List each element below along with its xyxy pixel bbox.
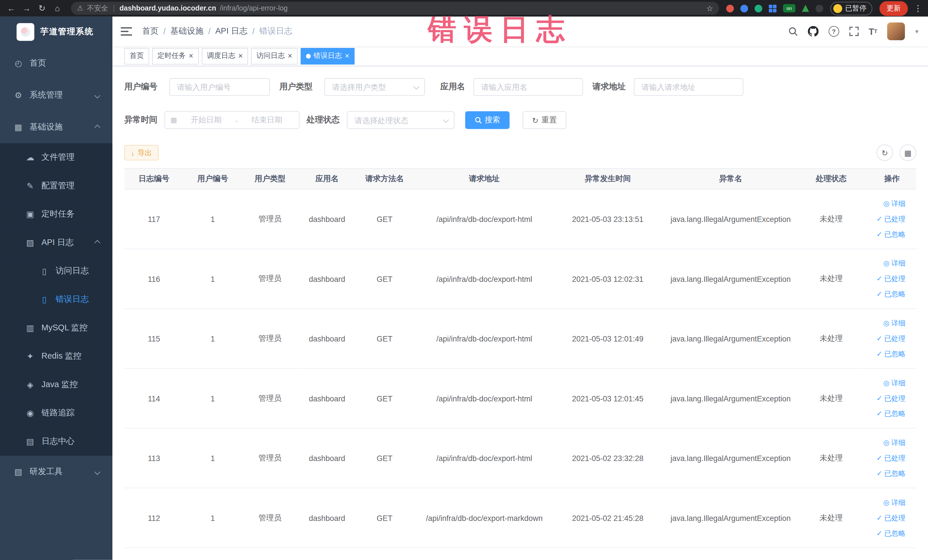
search-icon[interactable]	[788, 27, 798, 36]
cell-app-name: dashboard	[298, 368, 356, 428]
sidebar-item-redis-monitor[interactable]: ✦ Redis 监控	[0, 342, 112, 371]
sidebar-item-log-center[interactable]: ▤ 日志中心	[0, 427, 112, 456]
forward-icon[interactable]: →	[20, 3, 34, 13]
sidebar-item-system[interactable]: ⚙ 系统管理	[0, 79, 112, 111]
tab-error-log[interactable]: 错误日志 ×	[301, 48, 355, 64]
search-button-label: 搜索	[485, 115, 500, 125]
process-status-select[interactable]	[347, 111, 455, 129]
ignored-link[interactable]: ✓已忽略	[864, 346, 905, 362]
sidebar-item-access-log[interactable]: ▯ 访问日志	[0, 257, 112, 285]
refresh-table-button[interactable]: ↻	[876, 144, 893, 161]
user-type-select-input[interactable]	[324, 78, 425, 96]
processed-link[interactable]: ✓已处理	[864, 331, 905, 346]
github-icon[interactable]	[807, 26, 818, 37]
ignored-link[interactable]: ✓已忽略	[864, 525, 905, 541]
cell-log-id: 116	[124, 249, 184, 309]
extension-on-icon[interactable]: on	[783, 4, 796, 12]
process-status-label: 处理状态	[307, 115, 340, 125]
extension-paw-icon[interactable]	[816, 5, 823, 12]
ignored-link[interactable]: ✓已忽略	[864, 287, 905, 302]
tab-access-log[interactable]: 访问日志 ×	[251, 48, 298, 64]
sidebar-item-config-management[interactable]: ✎ 配置管理	[0, 172, 112, 200]
close-icon[interactable]: ×	[288, 52, 292, 60]
detail-link[interactable]: ◎详细	[864, 435, 905, 450]
refresh-icon: ↻	[882, 148, 888, 157]
paused-chip[interactable]: 已暂停	[830, 2, 872, 15]
detail-link[interactable]: ◎详细	[864, 495, 905, 510]
avatar[interactable]	[887, 23, 905, 40]
detail-label: 详细	[891, 435, 905, 450]
close-icon[interactable]: ×	[345, 52, 350, 60]
user-type-select[interactable]	[324, 78, 425, 96]
col-time: 异常发生时间	[555, 168, 660, 189]
sidebar-item-error-log[interactable]: ▯ 错误日志	[0, 285, 112, 314]
extension-tree-icon[interactable]	[802, 5, 809, 12]
cell-status: 未处理	[801, 428, 862, 488]
detail-link[interactable]: ◎详细	[864, 256, 905, 271]
sidebar-item-home[interactable]: ◴ 首页	[0, 47, 112, 79]
extension-grid-icon[interactable]	[769, 5, 777, 12]
sidebar-item-dev-tools[interactable]: ▧ 研发工具	[0, 456, 112, 488]
processed-link[interactable]: ✓已处理	[864, 510, 905, 525]
app-name-input[interactable]	[473, 78, 583, 96]
request-url-input[interactable]	[634, 78, 743, 96]
breadcrumb-api-logs[interactable]: API 日志	[215, 26, 247, 37]
back-icon[interactable]: ←	[5, 3, 18, 13]
column-settings-button[interactable]: ▦	[899, 144, 916, 161]
ignored-link[interactable]: ✓已忽略	[864, 227, 905, 242]
detail-link[interactable]: ◎详细	[864, 375, 905, 391]
breadcrumb-infrastructure[interactable]: 基础设施	[170, 26, 203, 37]
ignored-link[interactable]: ✓已忽略	[864, 466, 905, 481]
security-label[interactable]: 不安全	[87, 3, 108, 13]
extension-teal-icon[interactable]	[754, 5, 762, 12]
tab-home[interactable]: 首页	[124, 48, 149, 64]
help-icon[interactable]: ?	[829, 26, 839, 37]
cell-exception: java.lang.IllegalArgumentException	[661, 309, 801, 369]
tab-schedule-log[interactable]: 调度日志 ×	[202, 48, 248, 64]
reset-button[interactable]: ↻ 重置	[523, 111, 566, 129]
check-icon: ✓	[876, 346, 882, 362]
reload-icon[interactable]: ↻	[35, 3, 49, 13]
process-status-select-input[interactable]	[347, 111, 455, 129]
cell-actions: ◎详细 ✓已处理 ✓已忽略	[862, 488, 916, 548]
sidebar-item-tracing[interactable]: ◉ 链路追踪	[0, 399, 112, 427]
sidebar-item-file-management[interactable]: ☁ 文件管理	[0, 143, 112, 172]
sidebar-item-mysql-monitor[interactable]: ▥ MySQL 监控	[0, 314, 112, 342]
document-icon: ▯	[38, 295, 51, 304]
box-icon: ▣	[24, 209, 37, 219]
export-button[interactable]: ↓ 导出	[124, 145, 158, 160]
address-bar[interactable]: ⚠ 不安全 | dashboard.yudao.iocoder.cn /infr…	[71, 2, 719, 15]
sidebar-item-scheduled-jobs[interactable]: ▣ 定时任务	[0, 200, 112, 229]
browser-menu-icon[interactable]: ⋮	[913, 3, 923, 13]
tab-scheduled-jobs[interactable]: 定时任务 ×	[152, 48, 198, 64]
ignored-link[interactable]: ✓已忽略	[864, 406, 905, 421]
detail-link[interactable]: ◎详细	[864, 196, 905, 211]
close-icon[interactable]: ×	[238, 52, 243, 60]
fullscreen-icon[interactable]	[849, 27, 859, 36]
app-logo[interactable]: 芋道管理系统	[0, 17, 112, 47]
processed-link[interactable]: ✓已处理	[864, 271, 905, 287]
hamburger-icon[interactable]	[121, 27, 132, 36]
sidebar-item-api-logs[interactable]: ▨ API 日志	[0, 229, 112, 257]
col-app-name: 应用名	[298, 168, 356, 189]
chevron-down-icon[interactable]: ▾	[915, 27, 918, 35]
breadcrumb-home[interactable]: 首页	[142, 26, 159, 37]
sidebar-item-java-monitor[interactable]: ◈ Java 监控	[0, 371, 112, 399]
exception-time-range[interactable]: ▦ 开始日期 - 结束日期	[165, 111, 299, 129]
bookmark-star-icon[interactable]: ☆	[706, 4, 713, 12]
table-row: 117 1 管理员 dashboard GET /api/infra/db-do…	[124, 189, 916, 249]
processed-link[interactable]: ✓已处理	[864, 391, 905, 406]
close-icon[interactable]: ×	[189, 52, 194, 60]
extension-red-icon[interactable]	[726, 5, 734, 12]
sidebar-item-infrastructure[interactable]: ▦ 基础设施	[0, 111, 112, 143]
processed-link[interactable]: ✓已处理	[864, 211, 905, 227]
home-icon[interactable]: ⌂	[51, 3, 64, 13]
user-id-input[interactable]	[169, 78, 270, 96]
search-button[interactable]: 搜索	[465, 111, 510, 129]
detail-link[interactable]: ◎详细	[864, 316, 905, 331]
update-button[interactable]: 更新	[879, 1, 908, 16]
error-log-table: 日志编号 用户编号 用户类型 应用名 请求方法名 请求地址 异常发生时间 异常名…	[124, 168, 916, 548]
font-size-icon[interactable]: TT	[868, 26, 877, 37]
extension-blue-icon[interactable]	[740, 5, 748, 12]
processed-link[interactable]: ✓已处理	[864, 450, 905, 466]
